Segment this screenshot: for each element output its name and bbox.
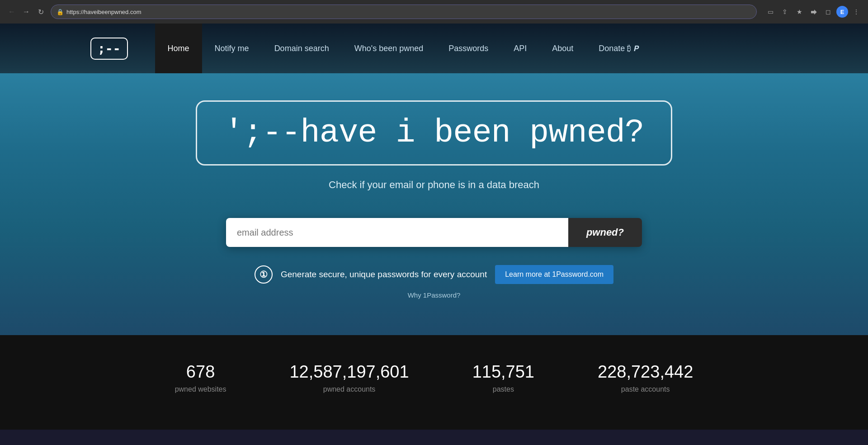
stat-paste-accounts: 228,723,442 paste accounts [598,362,693,393]
site-navigation: ;-- Home Notify me Domain search Who's b… [0,24,868,73]
promo-bar: ① Generate secure, unique passwords for … [255,265,613,299]
promo-row: ① Generate secure, unique passwords for … [255,265,613,284]
nav-api[interactable]: API [501,24,539,73]
extensions-button[interactable]: 🠲 [807,5,820,18]
stat-pwned-accounts: 12,587,197,601 pwned accounts [289,362,409,393]
search-bar: pwned? [226,218,642,247]
stat-number-websites: 678 [186,362,215,382]
promo-text: Generate secure, unique passwords for ev… [281,270,487,279]
stat-label-paste-accounts: paste accounts [621,385,670,393]
onepassword-icon: ① [255,265,273,284]
browser-nav-buttons: ← → ↻ [5,5,47,18]
stat-number-pastes: 115,751 [472,362,534,382]
browser-back-button[interactable]: ← [5,5,18,18]
nav-home[interactable]: Home [155,24,202,73]
nav-domain-search[interactable]: Domain search [262,24,342,73]
stat-number-paste-accounts: 228,723,442 [598,362,693,382]
pwned-search-button[interactable]: pwned? [568,218,642,247]
learn-more-button[interactable]: Learn more at 1Password.com [495,265,613,284]
stat-pwned-websites: 678 pwned websites [175,362,226,393]
browser-forward-button[interactable]: → [20,5,33,18]
why-onepassword-link[interactable]: Why 1Password? [408,291,461,299]
hero-title-box: ';--have i been pwned? [196,100,673,166]
nav-notify[interactable]: Notify me [202,24,262,73]
profile-avatar[interactable]: E [836,6,848,18]
site-logo[interactable]: ;-- [90,38,128,60]
nav-passwords[interactable]: Passwords [436,24,501,73]
stat-label-accounts: pwned accounts [323,385,376,393]
address-bar[interactable]: 🔒 https://haveibeenpwned.com [51,5,757,19]
stat-number-accounts: 12,587,197,601 [289,362,409,382]
browser-chrome: ← → ↻ 🔒 https://haveibeenpwned.com ▭ ⇪ ★… [0,0,868,24]
hero-section: ';--have i been pwned? Check if your ema… [0,73,868,335]
cast-button[interactable]: ▭ [764,5,777,18]
hero-subtitle: Check if your email or phone is in a dat… [329,179,539,191]
stat-pastes: 115,751 pastes [472,362,534,393]
email-input[interactable] [226,218,568,247]
stat-label-pastes: pastes [493,385,514,393]
nav-links: Home Notify me Domain search Who's been … [155,24,651,73]
stats-section: 678 pwned websites 12,587,197,601 pwned … [0,335,868,430]
hero-title: ';--have i been pwned? [224,114,644,151]
nav-whos-been-pwned[interactable]: Who's been pwned [342,24,436,73]
menu-button[interactable]: ⋮ [850,5,863,18]
browser-reload-button[interactable]: ↻ [34,5,47,18]
lock-icon: 🔒 [57,9,64,15]
share-button[interactable]: ⇪ [778,5,791,18]
browser-actions: ▭ ⇪ ★ 🠲 ◻ E ⋮ [764,5,863,18]
stat-label-websites: pwned websites [175,385,226,393]
bookmark-button[interactable]: ★ [793,5,806,18]
url-text: https://haveibeenpwned.com [66,9,751,15]
nav-donate[interactable]: Donate ₿ 𝙋 [586,24,651,73]
sidebar-button[interactable]: ◻ [822,5,835,18]
nav-about[interactable]: About [539,24,586,73]
